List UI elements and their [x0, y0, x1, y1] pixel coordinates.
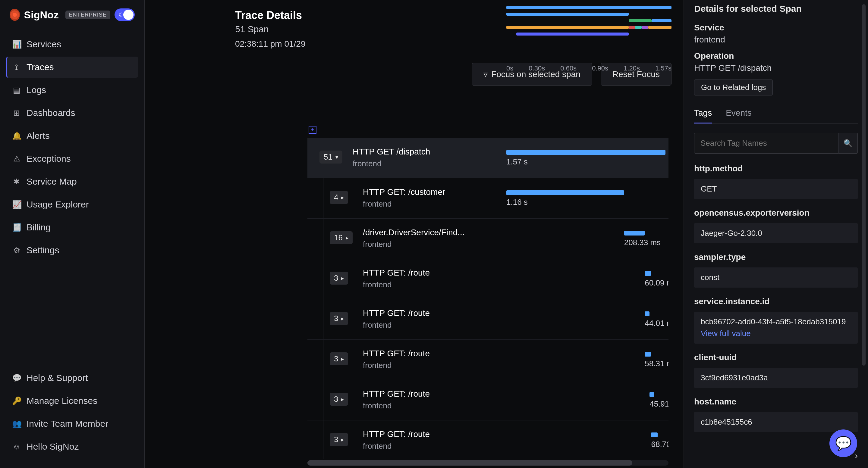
service-label: Service [694, 23, 858, 33]
time-tick: 0.90s [592, 64, 608, 72]
nav-label: Service Map [27, 176, 77, 187]
trace-minimap[interactable] [506, 6, 672, 42]
sidebar-item-usage-explorer[interactable]: 📈Usage Explorer [6, 194, 138, 215]
tag-value: c1b8e45155c6 [694, 412, 858, 432]
span-bar [506, 150, 665, 155]
tag-search-button[interactable]: 🔍 [838, 133, 858, 154]
view-full-value-link[interactable]: View full value [701, 329, 851, 338]
span-bar [506, 190, 624, 195]
nav-label: Usage Explorer [27, 199, 89, 210]
nav-icon: ✱ [12, 177, 21, 187]
nav-label: Help & Support [27, 373, 88, 383]
span-expand-badge[interactable]: 3▸ [330, 272, 348, 285]
time-ticks: 0s0.30s0.60s0.90s1.20s1.57s [506, 64, 672, 72]
sidebar-item-dashboards[interactable]: ⊞Dashboards [6, 102, 138, 124]
action-bar: ▿ Focus on selected span Reset Focus [145, 52, 684, 94]
span-expand-badge[interactable]: 3▸ [330, 393, 348, 406]
tag-key: host.name [694, 397, 858, 407]
tag-value: GET [694, 179, 858, 199]
span-expand-badge[interactable]: 3▸ [330, 312, 348, 325]
span-expand-badge[interactable]: 51▾ [319, 151, 342, 164]
span-duration: 1.16 s [506, 198, 528, 207]
nav-icon: 📈 [12, 200, 21, 209]
span-row[interactable]: 4▸HTTP GET: /customerfrontend1.16 s [307, 178, 669, 219]
span-row[interactable]: 16▸/driver.DriverService/Find...frontend… [307, 219, 669, 259]
horizontal-scrollbar[interactable] [307, 460, 669, 466]
operation-value: HTTP GET /dispatch [694, 63, 858, 73]
sidebar-item-settings[interactable]: ⚙Settings [6, 240, 138, 261]
span-row[interactable]: 3▸HTTP GET: /routefrontend60.09 ms [307, 259, 669, 299]
nav-icon: ⊞ [12, 108, 21, 118]
span-duration: 44.01 ms [645, 319, 669, 328]
sidebar-item-traces[interactable]: ⟟Traces [6, 57, 138, 78]
minimap-bar [629, 26, 635, 29]
nav-icon: 🧾 [12, 223, 21, 232]
span-expand-badge[interactable]: 3▸ [330, 353, 348, 365]
span-row[interactable]: 3▸HTTP GET: /routefrontend68.70 ms [307, 421, 669, 459]
expand-all-button[interactable]: + [309, 126, 316, 134]
nav-icon: 📊 [12, 40, 21, 49]
span-name: HTTP GET: /route [363, 389, 430, 399]
span-expand-badge[interactable]: 3▸ [330, 433, 348, 446]
nav-footer: 💬Help & Support🔑Manage Licenses👥Invite T… [0, 367, 144, 468]
span-service: frontend [363, 401, 392, 410]
span-service: frontend [363, 441, 392, 451]
span-service: frontend [363, 240, 392, 249]
span-service: frontend [363, 321, 392, 330]
span-service: frontend [363, 199, 392, 209]
footer-item-manage-licenses[interactable]: 🔑Manage Licenses [6, 390, 138, 411]
span-expand-badge[interactable]: 4▸ [330, 191, 348, 204]
sidebar-item-alerts[interactable]: 🔔Alerts [6, 125, 138, 146]
footer-item-hello-signoz[interactable]: ☺Hello SigNoz [6, 436, 138, 457]
sidebar-item-logs[interactable]: ▤Logs [6, 79, 138, 101]
time-tick: 0.30s [529, 64, 545, 72]
nav-label: Billing [27, 222, 51, 233]
tag-key: service.instance.id [694, 297, 858, 306]
sidebar-item-billing[interactable]: 🧾Billing [6, 217, 138, 238]
time-tick: 1.20s [624, 64, 640, 72]
enterprise-badge: ENTERPRISE [65, 10, 110, 19]
details-scrollbar[interactable] [862, 4, 866, 366]
nav-label: Traces [27, 62, 54, 72]
tag-search-input[interactable] [694, 133, 838, 154]
span-bar [650, 392, 654, 397]
span-count: 3 [334, 314, 338, 323]
sidebar-item-service-map[interactable]: ✱Service Map [6, 171, 138, 192]
scrollbar-thumb[interactable] [307, 460, 632, 466]
span-row[interactable]: 3▸HTTP GET: /routefrontend58.31 ms [307, 340, 669, 380]
brand-name: SigNoz [24, 9, 59, 21]
minimap-bar [629, 19, 652, 22]
collapse-panel-button[interactable]: › [855, 450, 858, 461]
span-row[interactable]: 51▾HTTP GET /dispatchfrontend1.57 s [307, 138, 669, 178]
nav-label: Exceptions [27, 154, 71, 164]
tab-tags[interactable]: Tags [694, 103, 712, 124]
nav-icon: 🔔 [12, 131, 21, 141]
minimap-bar [516, 33, 629, 36]
span-service: frontend [363, 361, 392, 370]
span-bar-area: 44.01 ms [506, 299, 665, 339]
chat-fab[interactable]: 💬 [830, 430, 857, 457]
span-count: 51 [324, 153, 333, 162]
span-name: HTTP GET /dispatch [352, 147, 430, 157]
logo-icon [10, 9, 20, 21]
footer-item-invite-team-member[interactable]: 👥Invite Team Member [6, 413, 138, 434]
sidebar-item-exceptions[interactable]: ⚠Exceptions [6, 148, 138, 169]
span-name: HTTP GET: /route [363, 308, 430, 318]
span-row[interactable]: 3▸HTTP GET: /routefrontend44.01 ms [307, 299, 669, 340]
minimap-bar [652, 19, 672, 22]
filter-icon: ▿ [484, 69, 488, 79]
related-logs-button[interactable]: Go to Related logs [694, 79, 773, 96]
span-expand-badge[interactable]: 16▸ [330, 231, 352, 244]
sidebar-item-services[interactable]: 📊Services [6, 34, 138, 55]
nav-icon: ⚠ [12, 154, 21, 164]
nav-label: Hello SigNoz [27, 441, 79, 452]
span-list[interactable]: 51▾HTTP GET /dispatchfrontend1.57 s4▸HTT… [307, 138, 669, 459]
tag-value: Jaeger-Go-2.30.0 [694, 223, 858, 243]
footer-item-help-support[interactable]: 💬Help & Support [6, 367, 138, 389]
span-row[interactable]: 3▸HTTP GET: /routefrontend45.91 ms [307, 380, 669, 421]
details-panel: Details for selected Span Service fronte… [684, 0, 868, 468]
tab-events[interactable]: Events [726, 103, 752, 124]
theme-toggle[interactable]: ☾ [115, 8, 135, 21]
nav-label: Logs [27, 85, 46, 95]
span-name: /driver.DriverService/Find... [363, 228, 465, 237]
